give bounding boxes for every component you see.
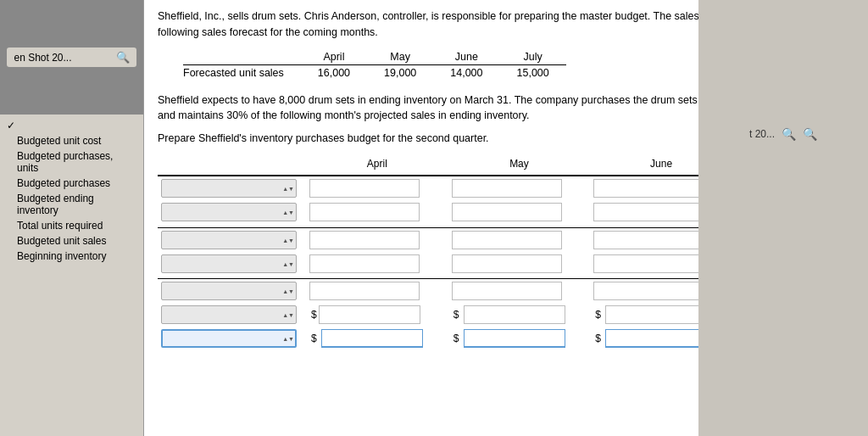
row-select-wrapper-3[interactable]: Budgeted unit cost Budgeted purchases, u… [161,231,297,249]
dollar-sign-row7-may: $ [452,333,461,344]
col-april: April [301,49,367,65]
background-window: t 20... 🔍 🔍 [698,0,868,436]
input-row4-may[interactable] [452,254,562,273]
input-row2-june[interactable] [593,203,704,221]
col-july: July [500,49,566,65]
row-select-wrapper-7[interactable]: Budgeted unit cost Budgeted purchases, u… [161,329,297,348]
row4-may [448,252,591,276]
input-row1-may[interactable] [452,179,562,198]
budget-col-may: May [448,154,591,176]
forecast-april: 16,000 [301,64,367,81]
row2-april [306,200,448,224]
input-row3-june[interactable] [593,231,704,249]
sidebar-menu: Budgeted unit cost Budgeted purchases, u… [0,115,143,267]
search-icon[interactable]: 🔍 [116,51,130,64]
sidebar-label: en Shot 20... [14,52,110,64]
forecast-june: 14,000 [433,64,499,81]
row5-may [448,279,591,304]
forecast-july: 15,000 [500,64,566,81]
dollar-sign-row7-april: $ [309,333,319,344]
input-row3-april[interactable] [309,231,420,249]
sidebar: en Shot 20... 🔍 Budgeted unit cost Budge… [0,0,144,436]
row-label-cell-4: Budgeted unit cost Budgeted purchases, u… [158,252,306,276]
col-june: June [433,49,499,65]
sidebar-item-budgeted-purchases-units[interactable]: Budgeted purchases, units [0,148,143,176]
row-select-wrapper-5[interactable]: Budgeted unit cost Budgeted purchases, u… [161,282,297,300]
row4-april [306,252,448,276]
input-row3-may[interactable] [452,231,562,249]
forecast-may: 19,000 [367,64,433,81]
input-row1-april[interactable] [309,179,420,198]
input-row7-may[interactable] [464,329,565,348]
input-row5-april[interactable] [309,282,420,300]
row-label-cell: Budgeted unit cost Budgeted purchases, u… [158,176,306,200]
budget-col-april: April [306,154,448,176]
input-row6-april[interactable] [319,305,420,324]
input-row5-may[interactable] [452,282,562,300]
dollar-sign-row6-june: $ [593,309,603,321]
row6-april: $ [306,303,448,327]
dollar-sign-row6-may: $ [452,309,461,321]
dollar-sign-row7-june: $ [593,333,603,344]
sidebar-top-area: en Shot 20... 🔍 [0,0,143,115]
input-row7-june[interactable] [605,329,707,348]
row6-may: $ [448,303,591,327]
input-row5-june[interactable] [593,282,704,300]
row-label-select-5[interactable]: Budgeted unit cost Budgeted purchases, u… [161,282,297,300]
input-row1-june[interactable] [593,179,704,198]
row-label-cell-3: Budgeted unit cost Budgeted purchases, u… [158,227,306,252]
input-row4-june[interactable] [593,254,704,273]
forecast-table: April May June July Forecasted unit sale… [183,49,566,81]
row3-april [306,227,448,252]
row-label-cell-6: Budgeted unit cost Budgeted purchases, u… [158,303,306,327]
bg-search-icon-1[interactable]: 🔍 [782,127,796,141]
row7-may: $ [448,327,591,350]
row-label-cell-7: Budgeted unit cost Budgeted purchases, u… [158,327,306,350]
sidebar-item-budgeted-ending-inventory[interactable]: Budgeted ending inventory [0,191,143,218]
row7-april: $ [306,327,448,350]
row-label-select-2[interactable]: Budgeted unit cost Budgeted purchases, u… [161,203,297,221]
row-label-select-7[interactable]: Budgeted unit cost Budgeted purchases, u… [161,329,297,348]
sidebar-item-beginning-inventory[interactable]: Beginning inventory [0,249,143,264]
col-may: May [367,49,433,65]
sidebar-item-checked[interactable] [0,118,143,133]
row-select-wrapper-2[interactable]: Budgeted unit cost Budgeted purchases, u… [161,203,297,221]
input-row4-april[interactable] [309,254,420,273]
dollar-sign-row6-april: $ [309,309,319,321]
row1-april [306,176,448,200]
row-select-wrapper-1[interactable]: Budgeted unit cost Budgeted purchases, u… [161,179,297,198]
row-label-select-3[interactable]: Budgeted unit cost Budgeted purchases, u… [161,231,297,249]
forecast-label: Forecasted unit sales [183,64,301,81]
input-row6-june[interactable] [605,305,707,324]
row-select-wrapper-4[interactable]: Budgeted unit cost Budgeted purchases, u… [161,254,297,273]
row-label-select-1[interactable]: Budgeted unit cost Budgeted purchases, u… [161,179,297,198]
row-label-cell-2: Budgeted unit cost Budgeted purchases, u… [158,200,306,224]
input-row2-may[interactable] [452,203,562,221]
row-select-wrapper-6[interactable]: Budgeted unit cost Budgeted purchases, u… [161,305,297,324]
bg-search-icon-2[interactable]: 🔍 [803,127,817,141]
row-label-cell-5: Budgeted unit cost Budgeted purchases, u… [158,279,306,304]
sidebar-item-budgeted-purchases[interactable]: Budgeted purchases [0,176,143,191]
sidebar-item-budgeted-unit-sales[interactable]: Budgeted unit sales [0,233,143,249]
sidebar-item-total-units-required[interactable]: Total units required [0,218,143,233]
input-row6-may[interactable] [464,305,565,324]
row-label-select-4[interactable]: Budgeted unit cost Budgeted purchases, u… [161,254,297,273]
row3-may [448,227,591,252]
input-row7-april[interactable] [321,329,423,348]
sidebar-item-budgeted-unit-cost[interactable]: Budgeted unit cost [0,133,143,148]
row2-may [448,200,591,224]
input-row2-april[interactable] [309,203,420,221]
bg-window-title: t 20... [749,128,775,140]
row-label-select-6[interactable]: Budgeted unit cost Budgeted purchases, u… [161,305,297,324]
row5-april [306,279,448,304]
row1-may [448,176,591,200]
